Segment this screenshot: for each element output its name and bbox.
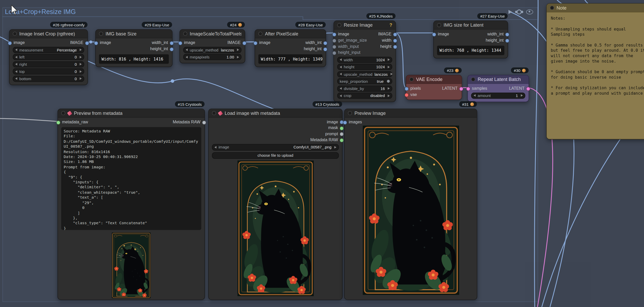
- output-port-image[interactable]: [242, 41, 246, 45]
- widget-width[interactable]: width 1024: [337, 57, 392, 63]
- node-load-image-with-metadata[interactable]: #13 Crystools Load image with metadata i…: [208, 109, 342, 300]
- metadata-text-area[interactable]: Source: Metadata RAW File: D:/ComfyUI_SD…: [61, 127, 201, 230]
- widget-upscale-method[interactable]: upscale_method lanczos: [183, 47, 241, 53]
- increment-arrow[interactable]: [388, 87, 390, 90]
- node-header[interactable]: IMG size for Latent: [434, 21, 508, 29]
- node-canvas[interactable]: Loda+Crop+Resize IMG: [0, 0, 644, 307]
- collapse-dot[interactable]: [550, 6, 554, 10]
- output-port-metadata-raw[interactable]: [340, 138, 344, 142]
- collapse-dot[interactable]: [13, 32, 17, 36]
- collapse-dot[interactable]: [61, 111, 65, 115]
- node-header[interactable]: Resize Image ?: [334, 21, 396, 29]
- output-port-mask[interactable]: [340, 126, 344, 130]
- increment-arrow[interactable]: [388, 58, 390, 61]
- widget-bottom[interactable]: bottom 0: [13, 76, 84, 82]
- output-port-latent[interactable]: [459, 87, 463, 91]
- node-after-pixelscale[interactable]: #28 Easy-Use After PixelScale image widt…: [255, 29, 326, 67]
- widget-height[interactable]: height 1024: [337, 64, 392, 70]
- node-header[interactable]: Preview from metadata: [58, 109, 205, 118]
- help-icon[interactable]: ?: [389, 23, 392, 27]
- output-port-width[interactable]: [393, 39, 397, 43]
- output-port-image[interactable]: [393, 32, 397, 36]
- input-port-width-input[interactable]: [332, 45, 336, 49]
- collapse-dot[interactable]: [99, 32, 103, 36]
- record-icon[interactable]: [517, 10, 522, 14]
- node-img-size-for-latent[interactable]: #27 Easy-Use IMG size for Latent image w…: [433, 21, 508, 58]
- widget-keep-proportion-toggle[interactable]: keep_proportion true: [337, 78, 392, 84]
- increment-arrow[interactable]: [388, 94, 390, 97]
- increment-arrow[interactable]: [237, 56, 239, 58]
- decrement-arrow[interactable]: [15, 49, 17, 51]
- increment-arrow[interactable]: [237, 49, 239, 51]
- note-text[interactable]: Notes: * Unsampling steps should equal S…: [547, 12, 644, 99]
- output-port-height-int[interactable]: [323, 47, 327, 51]
- node-preview-image[interactable]: #31 Preview Image images: [344, 109, 477, 300]
- node-preview-from-metadata[interactable]: #15 Crystools Preview from metadata meta…: [58, 109, 205, 300]
- input-port-image[interactable]: [253, 41, 257, 45]
- increment-arrow[interactable]: [80, 63, 82, 65]
- node-resize-image[interactable]: #25 KJNodes Resize Image ? image IMAGE g…: [334, 21, 396, 102]
- collapse-dot[interactable]: [183, 32, 187, 36]
- input-port-get-image-size[interactable]: [332, 39, 336, 43]
- decrement-arrow[interactable]: [15, 77, 17, 80]
- decrement-arrow[interactable]: [186, 56, 188, 58]
- input-port-image[interactable]: [94, 41, 98, 45]
- widget-image-filename[interactable]: image ComfyUI_00587_.png: [212, 144, 339, 150]
- widget-divisible-by[interactable]: divisible_by 16: [337, 85, 392, 92]
- decrement-arrow[interactable]: [340, 58, 342, 61]
- decrement-arrow[interactable]: [340, 94, 342, 97]
- node-header[interactable]: After PixelScale: [255, 30, 326, 38]
- increment-arrow[interactable]: [80, 49, 82, 51]
- decrement-arrow[interactable]: [186, 49, 188, 51]
- node-header[interactable]: Image Inset Crop (rgthree): [10, 30, 88, 38]
- widget-top[interactable]: top 0: [13, 68, 84, 74]
- widget-amount[interactable]: amount 1: [471, 92, 525, 99]
- input-port-pixels[interactable]: [405, 87, 409, 91]
- widget-left[interactable]: left 0: [13, 54, 84, 60]
- increment-arrow[interactable]: [334, 146, 336, 148]
- node-header[interactable]: IMG base Size: [96, 30, 172, 38]
- node-image-scale-total-pixels[interactable]: #24 ImageScaleToTotalPixels image IMAGE …: [179, 29, 245, 63]
- node-header[interactable]: Load image with metadata: [209, 109, 342, 118]
- input-port-image[interactable]: [432, 32, 436, 36]
- decrement-arrow[interactable]: [214, 146, 216, 148]
- decrement-arrow[interactable]: [15, 56, 17, 58]
- output-port-height[interactable]: [393, 45, 397, 49]
- node-header[interactable]: Repeat Latent Batch: [468, 75, 529, 84]
- collapse-dot[interactable]: [258, 32, 262, 36]
- output-port-height-int[interactable]: [170, 47, 174, 51]
- node-header[interactable]: ImageScaleToTotalPixels: [180, 30, 245, 38]
- node-img-base-size[interactable]: #29 Easy-Use IMG base Size image width_i…: [95, 29, 172, 67]
- output-port-image[interactable]: [85, 41, 89, 45]
- collapse-dot[interactable]: [471, 77, 475, 81]
- decrement-arrow[interactable]: [474, 94, 476, 97]
- output-port-latent[interactable]: [526, 87, 530, 91]
- increment-arrow[interactable]: [80, 77, 82, 80]
- eye-icon[interactable]: [526, 10, 533, 14]
- play-icon[interactable]: [508, 10, 512, 14]
- decrement-arrow[interactable]: [15, 63, 17, 65]
- widget-right[interactable]: right 0: [13, 61, 84, 67]
- node-vae-encode[interactable]: #23 VAE Encode pixels LATENT vae: [406, 75, 462, 100]
- input-port-image[interactable]: [8, 41, 12, 45]
- increment-arrow[interactable]: [521, 94, 523, 97]
- increment-arrow[interactable]: [80, 56, 82, 58]
- decrement-arrow[interactable]: [340, 66, 342, 68]
- collapse-dot[interactable]: [437, 23, 441, 27]
- decrement-arrow[interactable]: [340, 87, 342, 90]
- increment-arrow[interactable]: [80, 70, 82, 73]
- node-image-inset-crop[interactable]: #26 rgthree-comfy Image Inset Crop (rgth…: [9, 29, 88, 85]
- collapse-dot[interactable]: [410, 77, 414, 81]
- decrement-arrow[interactable]: [340, 73, 342, 76]
- collapse-dot[interactable]: [348, 111, 352, 115]
- node-header[interactable]: Preview Image: [345, 109, 477, 118]
- input-port-images[interactable]: [343, 120, 347, 124]
- node-repeat-latent-batch[interactable]: #30 Repeat Latent Batch samples LATENT a…: [467, 75, 529, 102]
- increment-arrow[interactable]: [388, 66, 390, 68]
- input-port-image[interactable]: [332, 32, 336, 36]
- output-port-height-int[interactable]: [505, 39, 509, 43]
- output-port-width-int[interactable]: [170, 41, 174, 45]
- widget-measurement[interactable]: measurement Percentage: [13, 47, 84, 53]
- node-note[interactable]: Note Notes: * Unsampling steps should eq…: [546, 3, 644, 139]
- output-port-width-int[interactable]: [505, 32, 509, 36]
